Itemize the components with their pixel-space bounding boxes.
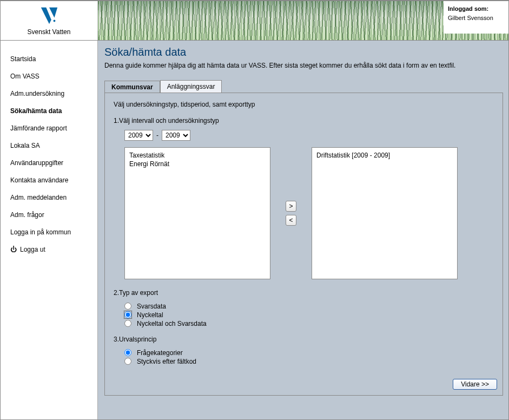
urval-radio-styckvis[interactable] [124,358,131,365]
available-surveys-listbox[interactable]: Taxestatistik Energi Rörnät [124,147,270,279]
svg-point-0 [53,20,55,22]
selected-surveys-listbox[interactable]: Driftstatistik [2009 - 2009] [312,147,458,279]
step3-label: 3.Urvalsprincip [114,336,494,343]
svenskt-vatten-logo-icon [39,5,60,26]
step2-label: 2.Typ av export [114,289,494,297]
export-option-nyckeltal-svarsdata[interactable]: Nyckeltal och Svarsdata [124,319,494,328]
sidebar-item-startsida[interactable]: Startsida [1,50,97,68]
export-radio-svarsdata[interactable] [124,303,131,310]
next-button[interactable]: Vidare >> [453,379,497,390]
year-from-select[interactable]: 2009 [124,130,153,141]
list-item[interactable]: Driftstatistik [2009 - 2009] [316,151,453,160]
tab-anlaggningssvar[interactable]: Anläggningssvar [160,80,222,93]
sidebar-item-adm-fragor[interactable]: Adm. frågor [1,206,97,224]
login-label: Inloggad som: [448,4,501,14]
brand-name: Svenskt Vatten [28,28,71,36]
urval-radio-fragekategorier[interactable] [124,349,131,356]
sidebar-item-anvandaruppgifter[interactable]: Användaruppgifter [1,154,97,172]
list-item[interactable]: Energi Rörnät [129,160,266,168]
sidebar-item-lokala-sa[interactable]: Lokala SA [1,137,97,154]
sidebar-item-soka-hamta-data[interactable]: Söka/hämta data [1,102,97,120]
list-item[interactable]: Taxestatistik [129,151,266,160]
sidebar-item-logga-ut[interactable]: Logga ut [1,241,97,258]
export-radio-nyckeltal[interactable] [124,311,131,318]
sidebar-item-jamforande-rapport[interactable]: Jämförande rapport [1,120,97,137]
wizard-panel: Välj undersökningstyp, tidsperiod, samt … [104,93,503,396]
brand-logo: Svenskt Vatten [1,1,98,40]
urval-option-styckvis[interactable]: Styckvis efter fältkod [124,357,494,366]
export-radio-nyckeltal-svarsdata[interactable] [124,320,131,327]
tab-bar: Kommunsvar Anläggningssvar [104,80,503,93]
login-info: Inloggad som: Gilbert Svensson [444,1,508,34]
step1-label: 1.Välj intervall och undersökningstyp [114,117,494,124]
sidebar-item-kontakta-anvandare[interactable]: Kontakta användare [1,172,97,189]
section-title: Välj undersökningstyp, tidsperiod, samt … [114,101,494,108]
header-banner: Inloggad som: Gilbert Svensson [98,1,508,40]
move-right-button[interactable]: > [286,201,296,212]
sidebar-item-logga-in-pa-kommun[interactable]: Logga in på kommun [1,224,97,241]
page-title: Söka/hämta data [104,46,503,58]
year-to-select[interactable]: 2009 [162,130,190,141]
sidebar-item-adm-meddelanden[interactable]: Adm. meddelanden [1,189,97,206]
export-option-nyckeltal[interactable]: Nyckeltal [124,311,494,319]
sidebar-item-om-vass[interactable]: Om VASS [1,68,97,85]
export-option-svarsdata[interactable]: Svarsdata [124,302,494,311]
sidebar: Startsida Om VASS Adm.undersökning Söka/… [1,41,98,419]
urval-option-fragekategorier[interactable]: Frågekategorier [124,349,494,357]
tab-kommunsvar[interactable]: Kommunsvar [104,81,160,93]
page-description: Denna guide kommer hjälpa dig att hämta … [104,62,503,70]
move-left-button[interactable]: < [286,215,296,226]
year-separator: - [156,132,158,139]
sidebar-item-adm-undersokning[interactable]: Adm.undersökning [1,85,97,102]
login-user: Gilbert Svensson [448,14,501,23]
